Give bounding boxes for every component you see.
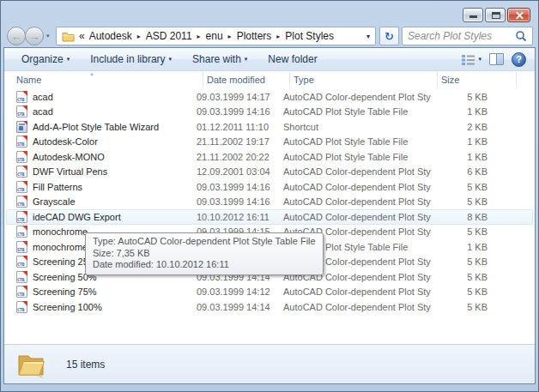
- file-type: AutoCAD Plot Style Table File: [283, 136, 431, 147]
- dropdown-arrow-icon: ▾: [67, 56, 70, 63]
- file-row[interactable]: CTB Screening 100% 09.03.1999 14:14 Auto…: [6, 299, 533, 315]
- views-icon: [462, 54, 475, 65]
- stb-file-icon: STB: [16, 241, 27, 253]
- file-row[interactable]: CTB DWF Virtual Pens 12.09.2001 03:04 Au…: [6, 165, 533, 180]
- breadcrumb-item-plotters[interactable]: Plotters: [236, 30, 273, 42]
- ctb-file-icon: CTB: [16, 256, 27, 268]
- back-button[interactable]: ←: [7, 27, 26, 45]
- breadcrumb-overflow[interactable]: «: [79, 30, 85, 42]
- file-name: Screening 100%: [33, 302, 102, 312]
- file-type: AutoCAD Color-dependent Plot Styl...: [283, 212, 431, 222]
- breadcrumb-item-enu[interactable]: enu: [205, 30, 224, 42]
- toolbar-button-label: Share with: [192, 53, 241, 65]
- file-date-modified: 09.03.1999 14:16: [197, 196, 283, 207]
- file-size: 5 KB: [431, 286, 488, 297]
- ctb-file-icon: CTB: [16, 181, 27, 193]
- history-dropdown[interactable]: ▾: [46, 33, 50, 39]
- toolbar-button-share-with[interactable]: Share with▾: [185, 51, 254, 68]
- file-size: 1 KB: [431, 136, 488, 147]
- column-header-type[interactable]: Type: [290, 71, 438, 87]
- refresh-icon: ↻: [385, 30, 394, 43]
- file-name: acad: [33, 92, 53, 102]
- search-icon[interactable]: [515, 30, 527, 42]
- maximize-button[interactable]: [485, 8, 506, 22]
- file-name: Screening 75%: [33, 286, 97, 297]
- toolbar-button-label: New folder: [268, 53, 317, 65]
- wizard-file-icon: [16, 121, 27, 133]
- search-input[interactable]: [408, 30, 515, 42]
- change-view-button[interactable]: ▾: [462, 54, 481, 65]
- details-pane: 15 items: [4, 344, 535, 383]
- file-row[interactable]: CTB Screening 75% 09.03.1999 14:12 AutoC…: [6, 285, 533, 300]
- dropdown-arrow-icon: ▾: [169, 56, 173, 63]
- file-row[interactable]: Add-A-Plot Style Table Wizard 01.12.2011…: [6, 119, 533, 135]
- file-type: AutoCAD Color-dependent Plot Styl...: [283, 166, 431, 177]
- command-toolbar: Organize▾Include in library▾Share with▾N…: [4, 48, 535, 71]
- toolbar-right: ▾ ?: [462, 48, 526, 70]
- file-row[interactable]: STB acad 09.03.1999 14:16 AutoCAD Plot S…: [6, 105, 533, 120]
- views-dropdown-icon[interactable]: ▾: [478, 56, 481, 63]
- file-type: AutoCAD Color-dependent Plot Styl...: [283, 182, 431, 192]
- file-row[interactable]: CTB ideCAD DWG Export 10.10.2012 16:11 A…: [6, 209, 533, 225]
- file-name: Add-A-Plot Style Table Wizard: [33, 122, 159, 132]
- window-controls: [463, 8, 530, 22]
- toolbar-button-organize[interactable]: Organize▾: [15, 51, 76, 68]
- file-size: 5 KB: [431, 256, 488, 267]
- toolbar-button-label: Organize: [21, 53, 64, 65]
- file-size: 5 KB: [431, 196, 488, 207]
- breadcrumb-separator-icon: ▸: [228, 33, 232, 40]
- toolbar-button-include-in-library[interactable]: Include in library▾: [83, 51, 179, 68]
- file-date-modified: 01.12.2011 11:10: [197, 122, 283, 132]
- file-size: 1 KB: [431, 152, 488, 162]
- file-row[interactable]: STB Autodesk-Color 21.11.2002 19:17 Auto…: [6, 135, 533, 150]
- column-header-date-modified[interactable]: Date modified: [203, 71, 290, 87]
- explorer-window: ← → ▾ « Autodesk▸ASD 2011▸enu▸Plotters▸P…: [0, 0, 539, 392]
- file-size: 5 KB: [431, 272, 488, 282]
- minimize-button[interactable]: [463, 8, 483, 22]
- preview-pane-button[interactable]: [489, 53, 504, 65]
- file-size: 6 KB: [431, 166, 488, 177]
- file-row[interactable]: CTB acad 09.03.1999 14:17 AutoCAD Color-…: [6, 89, 533, 105]
- back-arrow-icon: ←: [11, 31, 22, 42]
- refresh-button[interactable]: ↻: [379, 27, 399, 45]
- tooltip: Type: AutoCAD Color-dependent Plot Style…: [85, 232, 324, 275]
- file-name: monochrome: [33, 242, 88, 252]
- file-size: 1 KB: [431, 242, 488, 252]
- maximize-icon: [492, 12, 500, 19]
- ctb-file-icon: CTB: [16, 286, 27, 298]
- address-dropdown-icon[interactable]: ▾: [366, 33, 370, 40]
- stb-file-icon: STB: [16, 151, 27, 163]
- file-row[interactable]: CTB Fill Patterns 09.03.1999 14:16 AutoC…: [6, 179, 533, 195]
- tooltip-line: Date modified: 10.10.2012 16:11: [93, 259, 316, 271]
- help-icon: ?: [516, 55, 522, 64]
- file-row[interactable]: STB Autodesk-MONO 21.11.2002 20:22 AutoC…: [6, 149, 533, 165]
- file-type: AutoCAD Color-dependent Plot Styl...: [283, 92, 431, 102]
- breadcrumb-item-plot-styles[interactable]: Plot Styles: [284, 30, 335, 42]
- file-type: Shortcut: [283, 122, 431, 132]
- ctb-file-icon: CTB: [16, 271, 27, 283]
- column-header-size[interactable]: Size: [438, 71, 517, 87]
- breadcrumb-item-asd-2011[interactable]: ASD 2011: [145, 30, 193, 42]
- ctb-file-icon: CTB: [16, 91, 27, 103]
- folder-icon: [62, 31, 75, 42]
- file-type: AutoCAD Color-dependent Plot Styl...: [283, 286, 431, 297]
- column-header-name[interactable]: Name: [15, 71, 203, 87]
- file-size: 8 KB: [431, 212, 488, 222]
- file-name: Autodesk-MONO: [33, 152, 105, 162]
- breadcrumb-separator-icon: ▸: [137, 33, 141, 40]
- help-button[interactable]: ?: [512, 52, 526, 67]
- column-headers: ▲ NameDate modifiedTypeSize: [4, 71, 535, 87]
- file-size: 5 KB: [431, 302, 488, 312]
- breadcrumb-item-autodesk[interactable]: Autodesk: [88, 30, 133, 42]
- file-name: monochrome: [33, 226, 88, 237]
- file-row[interactable]: CTB Grayscale 09.03.1999 14:16 AutoCAD C…: [6, 195, 533, 210]
- address-bar[interactable]: « Autodesk▸ASD 2011▸enu▸Plotters▸Plot St…: [56, 27, 376, 45]
- dropdown-arrow-icon: ▾: [245, 56, 248, 63]
- close-button[interactable]: [507, 8, 530, 22]
- file-size: 2 KB: [431, 122, 488, 132]
- toolbar-button-new-folder[interactable]: New folder: [261, 51, 324, 68]
- file-name: DWF Virtual Pens: [33, 166, 107, 177]
- forward-button[interactable]: →: [25, 27, 44, 45]
- stb-file-icon: STB: [16, 106, 27, 118]
- file-name: Fill Patterns: [33, 182, 82, 192]
